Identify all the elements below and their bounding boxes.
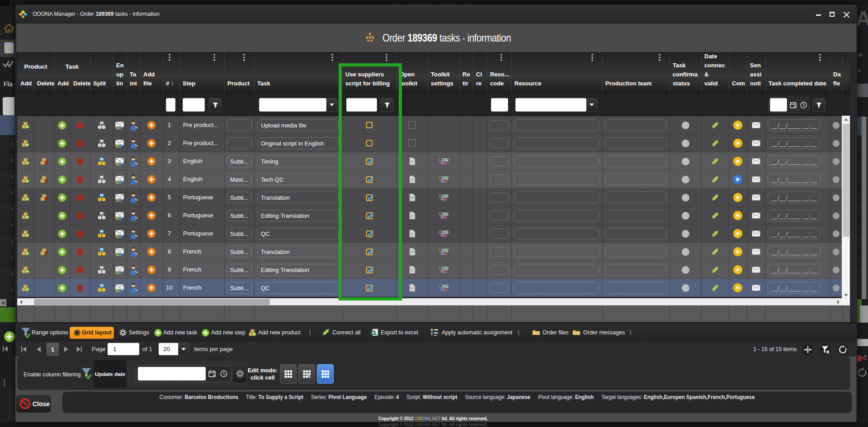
- svg-text:i: i: [431, 332, 432, 334]
